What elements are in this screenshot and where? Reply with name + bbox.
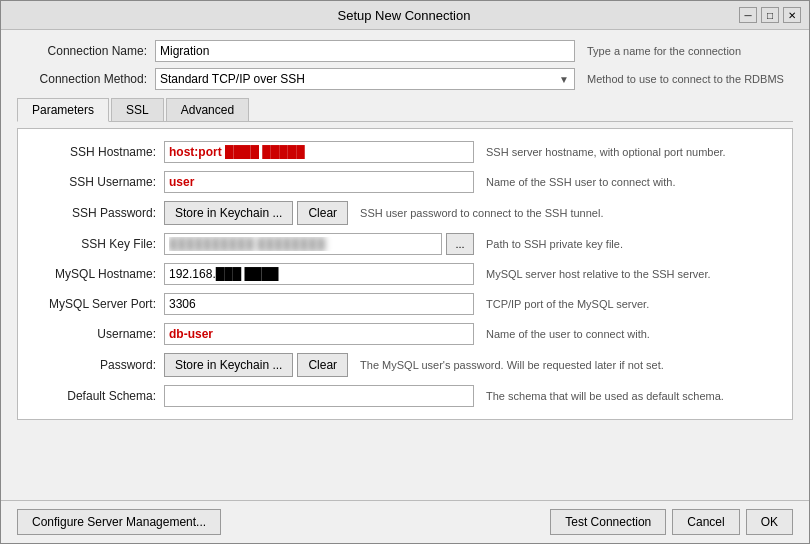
store-keychain-button[interactable]: Store in Keychain ... [164,353,293,377]
default-schema-input[interactable] [164,385,474,407]
default-schema-label: Default Schema: [26,389,156,403]
mysql-hostname-row: MySQL Hostname: MySQL server host relati… [26,263,784,285]
ssh-username-row: SSH Username: Name of the SSH user to co… [26,171,784,193]
setup-dialog: Setup New Connection ─ □ ✕ Connection Na… [0,0,810,544]
tab-panel-parameters: SSH Hostname: SSH server hostname, with … [17,128,793,420]
ssh-hostname-row: SSH Hostname: SSH server hostname, with … [26,141,784,163]
cancel-button[interactable]: Cancel [672,509,739,535]
connection-name-row: Connection Name: Type a name for the con… [17,40,793,62]
dialog-body: Connection Name: Type a name for the con… [1,30,809,500]
ssh-hostname-label: SSH Hostname: [26,145,156,159]
maximize-button[interactable]: □ [761,7,779,23]
ssh-password-label: SSH Password: [26,206,156,220]
username-hint: Name of the user to connect with. [486,328,784,340]
mysql-hostname-input[interactable] [164,263,474,285]
tab-container: Parameters SSL Advanced SSH Hostname: SS… [17,96,793,420]
close-button[interactable]: ✕ [783,7,801,23]
ssh-key-file-controls: ... [164,233,474,255]
ssh-password-row: SSH Password: Store in Keychain ... Clea… [26,201,784,225]
mysql-port-hint: TCP/IP port of the MySQL server. [486,298,784,310]
ssh-store-keychain-button[interactable]: Store in Keychain ... [164,201,293,225]
mysql-hostname-label: MySQL Hostname: [26,267,156,281]
ssh-key-file-browse-button[interactable]: ... [446,233,474,255]
username-input[interactable] [164,323,474,345]
clear-button[interactable]: Clear [297,353,348,377]
mysql-port-row: MySQL Server Port: TCP/IP port of the My… [26,293,784,315]
password-label: Password: [26,358,156,372]
minimize-button[interactable]: ─ [739,7,757,23]
connection-method-hint: Method to use to connect to the RDBMS [587,73,793,85]
connection-name-input[interactable] [155,40,575,62]
ssh-password-hint: SSH user password to connect to the SSH … [360,207,784,219]
window-controls: ─ □ ✕ [739,7,801,23]
connection-method-row: Connection Method: Standard TCP/IP over … [17,68,793,90]
ssh-hostname-input[interactable] [164,141,474,163]
dialog-title: Setup New Connection [69,8,739,23]
username-row: Username: Name of the user to connect wi… [26,323,784,345]
connection-method-select[interactable]: Standard TCP/IP over SSH [155,68,575,90]
ok-button[interactable]: OK [746,509,793,535]
connection-method-wrapper: Standard TCP/IP over SSH [155,68,575,90]
password-hint: The MySQL user's password. Will be reque… [360,359,784,371]
tab-advanced[interactable]: Advanced [166,98,249,121]
ssh-key-file-input[interactable] [164,233,442,255]
username-label: Username: [26,327,156,341]
default-schema-row: Default Schema: The schema that will be … [26,385,784,407]
ssh-key-file-hint: Path to SSH private key file. [486,238,784,250]
mysql-hostname-hint: MySQL server host relative to the SSH se… [486,268,784,280]
default-schema-hint: The schema that will be used as default … [486,390,784,402]
ssh-password-controls: Store in Keychain ... Clear [164,201,348,225]
ssh-username-label: SSH Username: [26,175,156,189]
ssh-key-file-row: SSH Key File: ... Path to SSH private ke… [26,233,784,255]
title-bar: Setup New Connection ─ □ ✕ [1,1,809,30]
password-controls: Store in Keychain ... Clear [164,353,348,377]
test-connection-button[interactable]: Test Connection [550,509,666,535]
mysql-port-label: MySQL Server Port: [26,297,156,311]
configure-server-button[interactable]: Configure Server Management... [17,509,221,535]
ssh-username-input[interactable] [164,171,474,193]
ssh-key-file-label: SSH Key File: [26,237,156,251]
mysql-port-input[interactable] [164,293,474,315]
connection-name-hint: Type a name for the connection [587,45,793,57]
connection-method-label: Connection Method: [17,72,147,86]
dialog-footer: Configure Server Management... Test Conn… [1,500,809,543]
ssh-clear-button[interactable]: Clear [297,201,348,225]
ssh-username-hint: Name of the SSH user to connect with. [486,176,784,188]
footer-right-buttons: Test Connection Cancel OK [550,509,793,535]
connection-name-label: Connection Name: [17,44,147,58]
password-row: Password: Store in Keychain ... Clear Th… [26,353,784,377]
ssh-hostname-hint: SSH server hostname, with optional port … [486,146,784,158]
tab-parameters[interactable]: Parameters [17,98,109,122]
tab-ssl[interactable]: SSL [111,98,164,121]
tab-bar: Parameters SSL Advanced [17,96,793,122]
